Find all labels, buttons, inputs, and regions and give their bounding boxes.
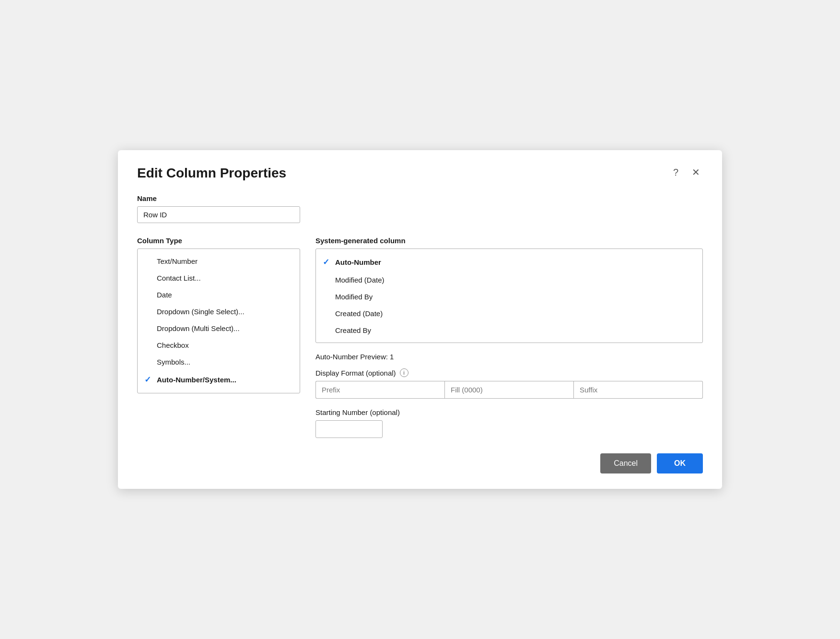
preview-area: Auto-Number Preview: 1 Display Format (o…: [315, 353, 703, 438]
list-item-contact-list[interactable]: Contact List...: [138, 270, 300, 286]
list-item-label: Created By: [335, 326, 371, 334]
header-icons: ? ✕: [670, 166, 703, 179]
list-item-label: Text/Number: [157, 257, 198, 265]
format-label-row: Display Format (optional) i: [315, 368, 703, 377]
list-item-label: Modified By: [335, 293, 373, 301]
list-item-date[interactable]: Date: [138, 286, 300, 303]
list-item-label: Auto-Number: [335, 258, 381, 266]
list-item-created-date[interactable]: Created (Date): [316, 305, 702, 322]
close-button[interactable]: ✕: [689, 166, 703, 179]
suffix-input[interactable]: [574, 381, 703, 399]
list-item-label: Modified (Date): [335, 276, 385, 284]
prefix-input[interactable]: [315, 381, 444, 399]
info-icon: i: [400, 368, 408, 377]
list-item-modified-date[interactable]: Modified (Date): [316, 272, 702, 288]
system-generated-listbox: ✓ Auto-Number Modified (Date) Modified B…: [315, 248, 703, 343]
name-label: Name: [137, 194, 703, 202]
name-input[interactable]: [137, 206, 300, 223]
auto-number-preview: Auto-Number Preview: 1: [315, 353, 703, 361]
starting-number-input[interactable]: [315, 420, 383, 438]
starting-number-label: Starting Number (optional): [315, 408, 703, 416]
columns-row: Column Type Text/Number Contact List... …: [137, 237, 703, 438]
list-item-label: Created (Date): [335, 309, 383, 318]
dialog-footer: Cancel OK: [137, 453, 703, 473]
list-item-auto-number[interactable]: ✓ Auto-Number: [316, 253, 702, 272]
name-field-section: Name: [137, 194, 703, 237]
column-type-section: Column Type Text/Number Contact List... …: [137, 237, 300, 393]
column-type-label: Column Type: [137, 237, 300, 245]
list-item-auto-number-system[interactable]: ✓ Auto-Number/System...: [138, 370, 300, 389]
ok-button[interactable]: OK: [657, 453, 703, 473]
list-item-label: Dropdown (Single Select)...: [157, 308, 245, 316]
list-item-label: Symbols...: [157, 358, 190, 366]
list-item-checkbox[interactable]: Checkbox: [138, 337, 300, 354]
edit-column-dialog: Edit Column Properties ? ✕ Name Column T…: [118, 150, 722, 489]
column-type-listbox: Text/Number Contact List... Date Dropdow…: [137, 248, 300, 393]
system-column-section: System-generated column ✓ Auto-Number Mo…: [315, 237, 703, 438]
list-item-label: Auto-Number/System...: [157, 376, 236, 384]
check-icon-auto-number-system: ✓: [144, 375, 153, 385]
list-item-label: Dropdown (Multi Select)...: [157, 324, 240, 332]
dialog-title: Edit Column Properties: [137, 166, 286, 181]
check-icon-auto-number: ✓: [323, 257, 331, 267]
list-item-label: Contact List...: [157, 274, 201, 282]
list-item-label: Date: [157, 291, 172, 299]
display-format-label: Display Format (optional): [315, 369, 396, 377]
format-inputs: [315, 381, 703, 399]
list-item-dropdown-single[interactable]: Dropdown (Single Select)...: [138, 303, 300, 320]
list-item-label: Checkbox: [157, 341, 189, 349]
dialog-header: Edit Column Properties ? ✕: [137, 166, 703, 181]
list-item-created-by[interactable]: Created By: [316, 322, 702, 339]
list-item-text-number[interactable]: Text/Number: [138, 253, 300, 270]
list-item-dropdown-multi[interactable]: Dropdown (Multi Select)...: [138, 320, 300, 337]
system-generated-label: System-generated column: [315, 237, 703, 245]
cancel-button[interactable]: Cancel: [600, 453, 651, 473]
help-button[interactable]: ?: [670, 166, 681, 179]
list-item-modified-by[interactable]: Modified By: [316, 288, 702, 305]
list-item-symbols[interactable]: Symbols...: [138, 354, 300, 370]
fill-input[interactable]: [444, 381, 574, 399]
